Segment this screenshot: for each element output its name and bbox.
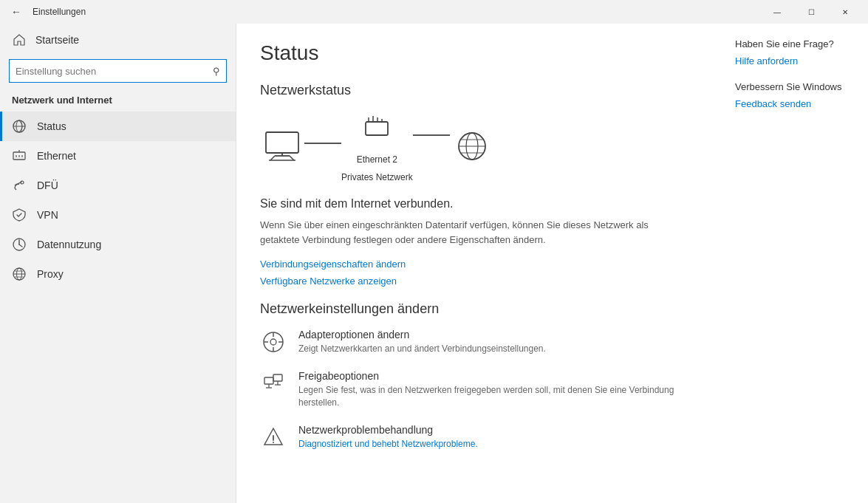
minimize-button[interactable]: — (760, 0, 794, 24)
adapter-title: Adapteroptionen ändern (298, 329, 546, 341)
settings-section-title: Netzwerkeinstellungen ändern (260, 301, 697, 317)
back-button[interactable]: ← (6, 1, 27, 22)
adapter-options-item[interactable]: Adapteroptionen ändern Zeigt Netzwerkkar… (260, 329, 697, 355)
right-panel: Haben Sie eine Frage? Hilfe anfordern Ve… (720, 24, 868, 503)
proxy-icon (12, 267, 27, 281)
app-body: Startseite ⚲ Netzwerk und Internet Statu… (0, 24, 868, 503)
help-link[interactable]: Hilfe anfordern (735, 55, 853, 66)
svg-line-20 (290, 156, 294, 160)
sidebar-item-vpn[interactable]: VPN (0, 200, 236, 230)
sharing-desc: Legen Sie fest, was in den Netzwerken fr… (298, 384, 697, 409)
svg-point-33 (270, 339, 276, 345)
dfu-icon (12, 178, 27, 193)
maximize-button[interactable]: ☐ (794, 0, 828, 24)
router-icon (358, 110, 395, 147)
sidebar-item-status[interactable]: Status (0, 112, 236, 141)
sharing-icon (260, 370, 287, 397)
search-input[interactable] (16, 66, 213, 77)
sidebar-item-datennutzung[interactable]: Datennutzung (0, 230, 236, 259)
svg-point-45 (273, 442, 274, 443)
titlebar-title: Einstellungen (33, 7, 760, 17)
adapter-text: Adapteroptionen ändern Zeigt Netzwerkkar… (298, 329, 546, 355)
connection-properties-link[interactable]: Verbindungseigenschaften ändern (260, 259, 697, 270)
sidebar-item-proxy[interactable]: Proxy (0, 259, 236, 289)
computer-icon (260, 128, 304, 165)
sidebar-item-label-proxy: Proxy (37, 268, 64, 280)
network-status-title: Netzwerkstatus (260, 83, 697, 98)
svg-rect-16 (266, 132, 298, 153)
globe-icon (450, 128, 494, 165)
status-icon (12, 119, 27, 134)
sidebar-home-button[interactable]: Startseite (0, 24, 236, 56)
router-icon-container: Ethernet 2 Privates Netzwerk (341, 110, 413, 182)
svg-rect-22 (366, 122, 388, 135)
troubleshoot-item[interactable]: Netzwerkproblembehandlung Diagnostiziert… (260, 424, 697, 451)
connected-text: Sie sind mit dem Internet verbunden. (260, 197, 697, 211)
sidebar-item-label-status: Status (37, 120, 66, 132)
sharing-text: Freigabeoptionen Legen Sie fest, was in … (298, 370, 697, 409)
available-networks-link[interactable]: Verfügbare Netzwerke anzeigen (260, 276, 697, 287)
svg-rect-38 (264, 377, 273, 384)
home-label: Startseite (35, 34, 79, 46)
home-icon (12, 32, 27, 47)
network-name: Ethernet 2 (357, 154, 397, 165)
network-sublabel: Privates Netzwerk (341, 172, 413, 182)
network-diagram: Ethernet 2 Privates Netzwerk (260, 110, 697, 182)
search-icon: ⚲ (213, 66, 220, 77)
sidebar-item-label-ethernet: Ethernet (37, 150, 76, 162)
troubleshoot-title: Netzwerkproblembehandlung (298, 424, 478, 436)
feedback-link[interactable]: Feedback senden (735, 98, 853, 109)
sidebar-item-dfu[interactable]: DFÜ (0, 171, 236, 200)
troubleshoot-icon (260, 424, 287, 451)
window-controls: — ☐ ✕ (760, 0, 862, 24)
computer-icon-container (260, 128, 304, 165)
sidebar-item-label-datennutzung: Datennutzung (37, 239, 101, 250)
search-box[interactable]: ⚲ (9, 59, 227, 83)
sidebar-item-label-vpn: VPN (37, 209, 58, 221)
troubleshoot-text: Netzwerkproblembehandlung Diagnostiziert… (298, 424, 478, 451)
globe-icon-container (450, 128, 494, 165)
datennutzung-icon (12, 237, 27, 252)
main-content: Status Netzwerkstatus (236, 24, 720, 503)
sharing-options-item[interactable]: Freigabeoptionen Legen Sie fest, was in … (260, 370, 697, 409)
svg-line-9 (15, 188, 16, 190)
close-button[interactable]: ✕ (828, 0, 862, 24)
ethernet-icon (12, 148, 27, 163)
vpn-icon (12, 208, 27, 222)
sharing-title: Freigabeoptionen (298, 370, 697, 382)
sidebar: Startseite ⚲ Netzwerk und Internet Statu… (0, 24, 236, 503)
adapter-desc: Zeigt Netzwerkkarten an und ändert Verbi… (298, 343, 546, 355)
net-line-2 (413, 134, 450, 136)
titlebar: ← Einstellungen — ☐ ✕ (0, 0, 868, 24)
svg-line-19 (270, 156, 275, 160)
svg-rect-41 (273, 374, 282, 381)
adapter-icon (260, 329, 287, 355)
sidebar-item-ethernet[interactable]: Ethernet (0, 141, 236, 171)
question-title: Haben Sie eine Frage? (735, 38, 853, 49)
net-line-1 (304, 143, 341, 144)
description-text: Wenn Sie über einen eingeschränkten Date… (260, 218, 674, 247)
sidebar-section-title: Netzwerk und Internet (0, 92, 236, 112)
sidebar-item-label-dfu: DFÜ (37, 179, 58, 191)
troubleshoot-desc: Diagnostiziert und behebt Netzwerkproble… (298, 438, 478, 451)
improve-title: Verbessern Sie Windows (735, 81, 853, 92)
page-title: Status (260, 41, 697, 65)
